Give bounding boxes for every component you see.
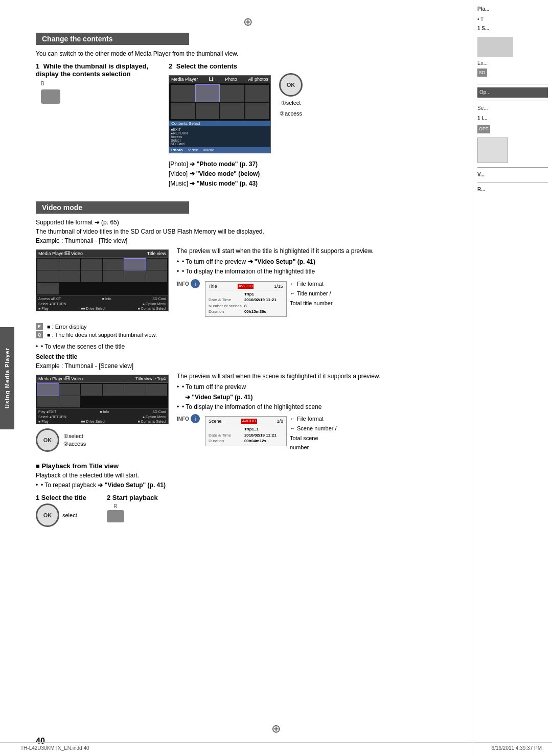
contents-screen: Media Player 🎞 Photo All photos [169, 75, 271, 153]
title-grid [36, 258, 168, 295]
change-step1: 1 While the thumbnail is displayed, disp… [36, 62, 158, 107]
side-tab: Using Media Player [0, 327, 14, 429]
photo-cell [171, 103, 195, 120]
error-q-icon: Q [36, 331, 43, 338]
left-controls: ■EXIT ●RETURN Access Select SD Card [169, 126, 270, 147]
info-circle-icon: i [191, 279, 200, 288]
scene-select-note2: ②access [63, 441, 86, 447]
preview-bullets: • To turn off the preview ➔ "Video Setup… [177, 258, 460, 277]
change-contents-header: Change the contents [36, 33, 189, 45]
title-screen-header: Media Player 🎞 Video Title view [36, 250, 168, 258]
scene-select-label: Select the title [36, 353, 460, 360]
playback-title: ■ Playback from Title view [36, 462, 460, 470]
right-panel: Pla... • T 1 S... Ex... SD Op... Se... 1… [473, 0, 552, 756]
ok-button[interactable] [279, 73, 303, 97]
right-divider2 [477, 101, 548, 101]
title-info-box: Title AVCHD 1/15 Trip1 Date & Time 2010/… [205, 281, 287, 317]
select-text: select [62, 512, 77, 518]
title-footer2: Select ●RETURN ● Option Menu [36, 302, 168, 306]
step2-label: 2 Select the contents [169, 62, 460, 70]
step2-btn-area: R [107, 503, 124, 524]
compass-bottom-icon: ⊕ [271, 722, 281, 735]
scene-preview-area: The preview will start when the scene is… [177, 373, 460, 452]
right-panel-content: Pla... • T 1 S... Ex... SD Op... Se... 1… [477, 5, 548, 194]
right-divider3 [477, 167, 548, 168]
step1-btn-area: select [36, 503, 77, 527]
title-view-screen: Media Player 🎞 Video Title view [36, 249, 169, 311]
scene-info-label-row: INFO i [177, 414, 202, 423]
select-note-1: ①select [281, 100, 301, 106]
r-button[interactable] [107, 510, 124, 522]
scene-bullets: • To view the scenes of the title [36, 342, 460, 351]
playback-step1: 1 Select the title select [36, 494, 86, 527]
thumbnail-desc: The thumbnail of video titles in the SD … [36, 228, 460, 235]
contents-select-bar: Contents Select [169, 121, 270, 126]
title-footer3: ■ Play ■■ Drive Select ■ Contents Select [36, 306, 168, 311]
video-mode-header: Video mode [36, 201, 189, 214]
playback-bullets: • To repeat playback ➔ "Video Setup" (p.… [36, 481, 460, 490]
change-steps: 1 While the thumbnail is displayed, disp… [36, 62, 460, 192]
scene-footer3: ■ Play ■■ Drive Select ■ Contents Select [36, 419, 168, 424]
playback-steps: 1 Select the title select 2 Start playba… [36, 494, 460, 527]
ok-btn-area: ①select ②access [279, 73, 303, 118]
preview-intro: The preview will start when the title is… [177, 247, 460, 255]
photo-cell [220, 103, 244, 120]
right-divider4 [477, 182, 548, 182]
right-small-screen [477, 37, 513, 57]
error-p-icon: P [36, 323, 43, 330]
title-view-container: Media Player 🎞 Video Title view [36, 247, 460, 319]
playback-step2: 2 Start playback R [107, 494, 158, 524]
scene-screen-header: Media Player 🎞 Video Title view > Trip1 [36, 375, 168, 383]
scene-preview-link: ➔ "Video Setup" (p. 41) [185, 394, 460, 401]
step1-ok-button[interactable] [36, 503, 59, 527]
photo-cell [196, 103, 220, 120]
scene-screen-area: Media Player 🎞 Video Title view > Trip1 [36, 373, 169, 455]
main-content: ⊕ Change the contents You can switch to … [15, 0, 470, 756]
info-label-row: INFO i [177, 279, 202, 288]
supported-text: Supported file format ➔ (p. 65) [36, 219, 460, 226]
scene-ok-area: ①select ②access [36, 428, 169, 452]
info-box-area: INFO i Title AVCHD 1/15 Trip1 [177, 279, 460, 319]
preview-info-area: The preview will start when the title is… [177, 247, 460, 319]
error-row-q: Q ■ : The file does not support thumbnai… [36, 331, 460, 338]
scene-info-box: Scene AVCHD 1/8 Trip1_1 Date & Time 2010… [205, 416, 287, 446]
info-annotations: ← File format ← Title number / Total tit… [290, 279, 333, 308]
example-label: Example : Thumbnail - [Title view] [36, 237, 460, 244]
step2-start-label: 2 Start playback [107, 494, 158, 501]
b-button[interactable] [41, 89, 60, 104]
photo-cell [220, 85, 244, 102]
title-screen-area: Media Player 🎞 Video Title view [36, 247, 169, 313]
error-rows: P ■ : Error display Q ■ : The file does … [36, 323, 460, 338]
photo-grid [169, 83, 270, 121]
footer-left: TH-L42U30KMTX_EN.indd 40 [20, 745, 89, 751]
scene-ok-button[interactable] [36, 428, 59, 452]
screen-header: Media Player 🎞 Photo All photos [169, 76, 270, 83]
change-contents-section: Change the contents You can switch to th… [36, 33, 460, 192]
footer-right: 6/16/2011 4:39:37 PM [492, 745, 542, 751]
video-mode-section: Video mode Supported file format ➔ (p. 6… [36, 201, 460, 528]
title-footer: Access ●EXIT ■ Info SD Card [36, 295, 168, 302]
scene-example-label: Example : Thumbnail - [Scene view] [36, 362, 460, 370]
step1-btn: B [41, 81, 158, 107]
scene-info-bullets: • To display the information of the high… [177, 403, 460, 411]
scene-preview-bullets: • To turn off the preview [177, 383, 460, 392]
change-intro: You can switch to the other mode of Medi… [36, 50, 460, 57]
right-small-screen2 [477, 138, 508, 163]
scene-info-box-area: INFO i Scene AVCHD 1/8 Trip1_1 [177, 414, 460, 452]
scene-view-screen: Media Player 🎞 Video Title view > Trip1 [36, 375, 169, 425]
compass-top-icon: ⊕ [243, 15, 252, 28]
select-note-2: ②access [280, 110, 302, 117]
photo-cell [171, 85, 195, 102]
scene-preview-intro: The preview will start when the scene is… [177, 373, 460, 380]
error-row-p: P ■ : Error display [36, 323, 460, 330]
right-divider1 [477, 84, 548, 84]
scene-footer2: Select ●RETURN ● Option Menu [36, 415, 168, 419]
footer: TH-L42U30KMTX_EN.indd 40 6/16/2011 4:39:… [0, 742, 552, 751]
photo-cell [245, 85, 269, 102]
compass-bottom-icon-container: ⊕ [271, 722, 281, 736]
playback-desc: Playback of the selected title will star… [36, 472, 460, 479]
playback-section: ■ Playback from Title view Playback of t… [36, 462, 460, 527]
scene-grid [36, 383, 168, 409]
side-tab-label: Using Media Player [4, 348, 10, 408]
scene-select-note1: ①select [63, 433, 86, 440]
